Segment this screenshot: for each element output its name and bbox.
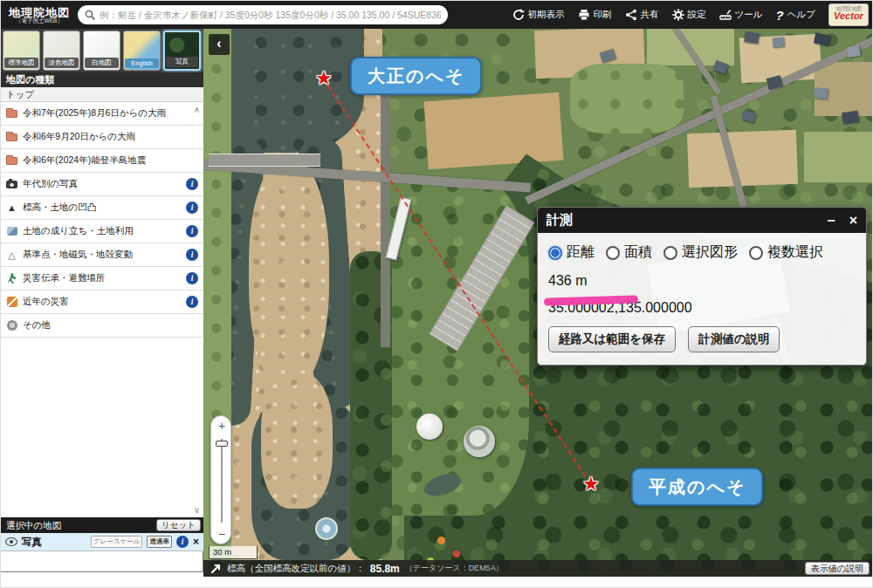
measure-dialog-body: 距離 面積 選択図形 複数選択 436 m 35.000002,135.0000… (538, 233, 866, 365)
folder-icon (6, 110, 17, 118)
basemap-standard[interactable]: 標準地図 (3, 31, 40, 71)
field-patch (804, 132, 873, 182)
app-logo-subtitle: （電子国土WEB） (1, 18, 78, 24)
gsi-vector-badge[interactable]: 地理院地図 Vector (828, 3, 869, 26)
distance-value: 436 m (548, 273, 856, 289)
list-item-label: 災害伝承・避難場所 (23, 272, 106, 284)
help-button[interactable]: ? ヘルプ (776, 8, 815, 23)
measure-dialog-titlebar[interactable]: 計測 − × (538, 208, 866, 233)
measure-explain-button[interactable]: 計測値の説明 (688, 326, 780, 352)
list-item-heavy-rain-2024[interactable]: 令和6年9月20日からの大雨 (1, 126, 203, 149)
close-icon[interactable]: × (849, 214, 857, 228)
list-item-landform[interactable]: 土地の成り立ち・土地利用 i (1, 220, 203, 243)
basemap-pale-label: 淡色地図 (45, 58, 79, 68)
tools-button[interactable]: ツール (719, 9, 763, 21)
zoom-in-button[interactable]: + (211, 419, 232, 433)
layer-close-icon[interactable]: × (193, 536, 199, 548)
info-icon[interactable]: i (186, 249, 198, 261)
folder-icon (6, 157, 17, 165)
displayed-value-explain-button[interactable]: 表示値の説明 (805, 562, 870, 575)
sidebar-collapse-button[interactable]: ‹ (209, 34, 230, 55)
zoom-control: + − (210, 415, 231, 544)
basemap-english[interactable]: English (123, 31, 161, 71)
list-item-benchmarks[interactable]: △ 基準点・地磁気・地殻変動 i (1, 243, 203, 267)
save-route-button[interactable]: 経路又は範囲を保存 (548, 326, 676, 352)
radio-area[interactable]: 面積 (606, 243, 652, 262)
radio-circle (548, 246, 562, 260)
printer-icon (578, 9, 590, 21)
gear-icon (672, 9, 684, 21)
elevation-label: 標高（全国標高改定以前の値）： (227, 563, 365, 575)
search-input[interactable] (100, 10, 441, 20)
scroll-down-chevron[interactable]: ∨ (194, 505, 200, 515)
radio-select-shape[interactable]: 選択図形 (663, 243, 738, 262)
initial-view-button[interactable]: 初期表示 (512, 9, 565, 21)
list-item-photos-by-era[interactable]: 年代別の写真 i (1, 173, 203, 196)
basemap-photo[interactable]: 写真 (163, 31, 201, 71)
vector-badge-label: Vector (829, 11, 868, 21)
field-patch (423, 92, 563, 170)
search-box[interactable] (78, 5, 448, 24)
reset-button[interactable]: リセット (156, 519, 201, 531)
measure-dialog-title: 計測 (546, 212, 573, 229)
zoom-slider-handle[interactable] (216, 441, 228, 447)
heisei-navel-label: 平成のへそ (631, 468, 763, 506)
measure-dialog: 計測 − × 距離 面積 選択図形 複数選択 436 m 35.000002,1… (537, 207, 867, 366)
selected-layer-row[interactable]: 写真 グレースケール 透過率 i × (1, 533, 203, 551)
list-item-recent-disasters[interactable]: 近年の災害 i (1, 291, 203, 314)
building (814, 87, 828, 99)
selected-maps-title: 選択中の地図 (6, 520, 61, 530)
list-item-elevation[interactable]: ▲ 標高・土地の凹凸 i (1, 196, 203, 220)
settings-button[interactable]: 設定 (672, 9, 706, 21)
railway (381, 77, 390, 347)
other-icon (7, 320, 17, 331)
field-patch (687, 130, 798, 188)
list-item-heavy-rain-2025[interactable]: 令和7年(2025年)8月6日からの大雨 (1, 102, 203, 126)
radio-multi-select-label: 複数選択 (767, 243, 823, 262)
share-button[interactable]: 共有 (625, 9, 659, 21)
print-label: 印刷 (594, 9, 612, 21)
info-icon[interactable]: i (186, 202, 198, 214)
info-icon[interactable]: i (186, 178, 198, 190)
info-icon[interactable]: i (186, 225, 198, 237)
minimize-icon[interactable]: − (827, 214, 835, 228)
camera-icon (6, 181, 17, 188)
recent-disaster-icon (7, 297, 17, 307)
scale-bar: 30 m (209, 546, 258, 559)
info-icon[interactable]: i (186, 296, 198, 308)
bridge (209, 154, 320, 167)
selected-layer-name: 写真 (22, 536, 42, 549)
breadcrumb-top[interactable]: トップ (1, 87, 203, 102)
map-canvas[interactable]: ★ ★ 大正のへそ 平成のへそ ‹ + − 30 m 計測 − × 距離 (203, 29, 873, 577)
basemap-blank[interactable]: 白地図 (83, 31, 120, 71)
list-item-label: 令和6年9月20日からの大雨 (23, 131, 135, 143)
list-item-label: 令和6年(2024年)能登半島地震 (23, 154, 146, 167)
print-button[interactable]: 印刷 (578, 9, 612, 21)
basemap-pale[interactable]: 淡色地図 (43, 31, 80, 71)
radio-distance[interactable]: 距離 (548, 243, 595, 262)
start-star-marker: ★ (315, 69, 333, 88)
radio-multi-select[interactable]: 複数選択 (749, 243, 823, 262)
tools-icon (719, 9, 732, 21)
radio-circle (749, 246, 763, 260)
grayscale-button[interactable]: グレースケール (91, 536, 142, 548)
opacity-button[interactable]: 透過率 (147, 536, 172, 548)
zoom-slider-track[interactable] (221, 439, 223, 523)
grass-patch (570, 64, 684, 133)
playground-equipment (453, 550, 460, 557)
zoom-out-button[interactable]: − (211, 527, 232, 541)
header-actions: 初期表示 印刷 共有 設定 ツール ? ヘルプ (512, 3, 873, 26)
playground-equipment (437, 537, 445, 544)
list-item-noto-earthquake[interactable]: 令和6年(2024年)能登半島地震 (1, 149, 203, 173)
eye-icon[interactable] (5, 537, 17, 546)
info-icon[interactable]: i (176, 536, 189, 548)
app-logo[interactable]: 地理院地図 （電子国土WEB） (1, 5, 78, 24)
scroll-up-chevron[interactable]: ∧ (194, 105, 200, 114)
basemap-switcher: 標準地図 淡色地図 白地図 English 写真 (1, 29, 203, 72)
info-icon[interactable]: i (186, 272, 198, 284)
basemap-photo-label: 写真 (166, 57, 198, 67)
list-item-other[interactable]: その他 (1, 314, 203, 338)
white-dome (416, 414, 443, 440)
list-item-evacuation[interactable]: 災害伝承・避難場所 i (1, 267, 203, 291)
list-item-label: 土地の成り立ち・土地利用 (23, 225, 134, 237)
